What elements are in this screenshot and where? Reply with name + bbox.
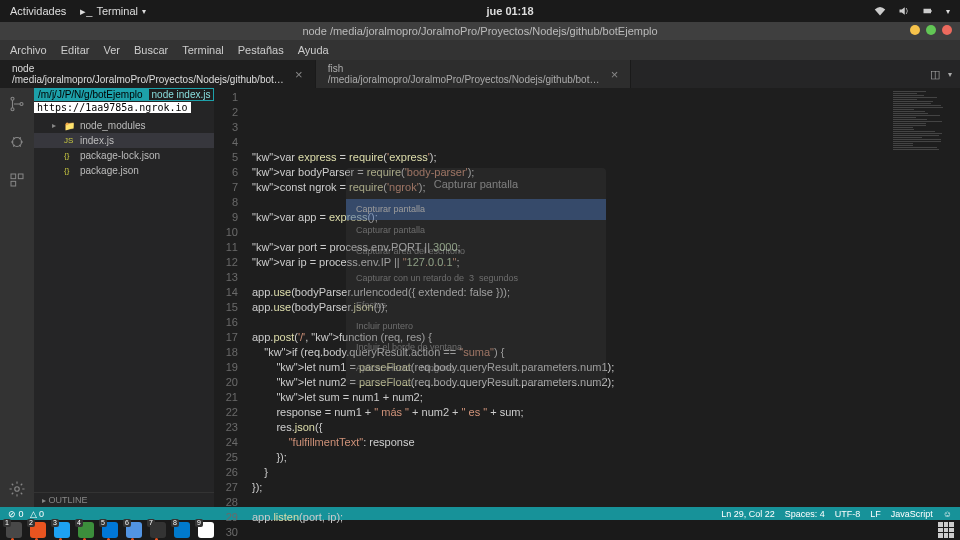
file-label: package-lock.json	[80, 150, 160, 161]
extensions-icon[interactable]	[7, 170, 27, 190]
menu-item[interactable]: Ver	[103, 44, 120, 56]
menu-item[interactable]: Editar	[61, 44, 90, 56]
code-line[interactable]: });	[252, 480, 890, 495]
code-line[interactable]: }	[252, 465, 890, 480]
line-number: 10	[214, 225, 238, 240]
tab-inactive[interactable]: fish /media/joralmopro/JoralmoPro/Proyec…	[316, 60, 632, 88]
code-line[interactable]	[252, 525, 890, 540]
file-tree-item[interactable]: {}package.json	[34, 163, 214, 178]
code-line[interactable]	[252, 195, 890, 210]
menu-item[interactable]: Pestañas	[238, 44, 284, 56]
code-editor[interactable]: 1234567891011121314151617181920212223242…	[214, 88, 960, 507]
code-line[interactable]: "kw">let num2 = parseFloat(req.body.quer…	[252, 375, 890, 390]
battery-icon[interactable]	[922, 5, 934, 17]
svg-rect-8	[11, 181, 16, 186]
dock-app-icon[interactable]: 2	[30, 522, 46, 538]
tab-active[interactable]: node /media/joralmopro/JoralmoPro/Proyec…	[0, 60, 316, 88]
svg-rect-7	[18, 174, 23, 179]
minimize-button[interactable]	[910, 25, 920, 35]
svg-rect-6	[11, 174, 16, 179]
volume-icon[interactable]	[898, 5, 910, 17]
line-number: 21	[214, 390, 238, 405]
file-label: index.js	[80, 135, 114, 146]
dock-app-icon[interactable]: 1	[6, 522, 22, 538]
line-number: 18	[214, 345, 238, 360]
app-menu[interactable]: ▸_ Terminal ▾	[80, 5, 146, 18]
code-line[interactable]: "kw">var port = process.env.PORT || 3000…	[252, 240, 890, 255]
code-line[interactable]	[252, 495, 890, 510]
code-line[interactable]: app.post('/', "kw">function (req, res) {	[252, 330, 890, 345]
menu-item[interactable]: Archivo	[10, 44, 47, 56]
line-number: 5	[214, 150, 238, 165]
wifi-icon[interactable]	[874, 5, 886, 17]
code-line[interactable]: response = num1 + " más " + num2 + " es …	[252, 405, 890, 420]
line-number: 25	[214, 450, 238, 465]
minimap[interactable]	[890, 88, 960, 507]
dock-app-icon[interactable]: 5	[102, 522, 118, 538]
close-button[interactable]	[942, 25, 952, 35]
code-line[interactable]: res.json({	[252, 420, 890, 435]
code-line[interactable]: "fulfillmentText": response	[252, 435, 890, 450]
maximize-button[interactable]	[926, 25, 936, 35]
dock-app-icon[interactable]: 4	[78, 522, 94, 538]
code-line[interactable]: "kw">var ip = process.env.IP || "127.0.0…	[252, 255, 890, 270]
code-content[interactable]: Capturar pantallaCapturar pantallaCaptur…	[246, 88, 890, 507]
menu-item[interactable]: Terminal	[182, 44, 224, 56]
menu-item[interactable]: Ayuda	[298, 44, 329, 56]
dock-app-icon[interactable]: 8	[174, 522, 190, 538]
line-number: 19	[214, 360, 238, 375]
code-line[interactable]: "kw">let sum = num1 + num2;	[252, 390, 890, 405]
code-line[interactable]: "kw">var app = express();	[252, 210, 890, 225]
line-number: 8	[214, 195, 238, 210]
source-control-icon[interactable]	[7, 94, 27, 114]
line-number: 9	[214, 210, 238, 225]
code-line[interactable]: });	[252, 450, 890, 465]
workspace-badge: 8	[171, 519, 179, 527]
clock[interactable]: jue 01:18	[146, 5, 874, 17]
window-title: node /media/joralmopro/JoralmoPro/Proyec…	[302, 25, 657, 37]
status-item[interactable]: ☺	[943, 509, 952, 519]
dock-app-icon[interactable]: 3	[54, 522, 70, 538]
svg-rect-0	[924, 9, 932, 14]
code-line[interactable]: "kw">var express = require('express');	[252, 150, 890, 165]
status-item[interactable]: ⊘ 0	[8, 509, 24, 519]
line-gutter: 1234567891011121314151617181920212223242…	[214, 88, 246, 507]
line-number: 29	[214, 510, 238, 525]
settings-icon[interactable]	[7, 479, 27, 499]
code-line[interactable]: "kw">const ngrok = require('ngrok');	[252, 180, 890, 195]
close-icon[interactable]: ×	[295, 67, 303, 82]
file-tree-item[interactable]: {}package-lock.json	[34, 148, 214, 163]
chevron-down-icon[interactable]: ▾	[946, 7, 950, 16]
dock-app-icon[interactable]: 6	[126, 522, 142, 538]
dock-app-icon[interactable]: 9	[198, 522, 214, 538]
activities-button[interactable]: Actividades	[10, 5, 66, 17]
menu-item[interactable]: Buscar	[134, 44, 168, 56]
outline-section[interactable]: ▸ OUTLINE	[34, 492, 214, 507]
code-line[interactable]: app.use(bodyParser.urlencoded({ extended…	[252, 285, 890, 300]
code-line[interactable]: "kw">if (req.body.queryResult.action == …	[252, 345, 890, 360]
debug-icon[interactable]	[7, 132, 27, 152]
code-line[interactable]: app.use(bodyParser.json());	[252, 300, 890, 315]
file-tree-item[interactable]: JSindex.js	[34, 133, 214, 148]
activity-bar	[0, 88, 34, 507]
code-line[interactable]: "kw">let num1 = parseFloat(req.body.quer…	[252, 360, 890, 375]
status-item[interactable]: JavaScript	[891, 509, 933, 519]
close-icon[interactable]: ×	[611, 67, 619, 82]
chevron-down-icon[interactable]: ▾	[948, 70, 952, 79]
line-number: 28	[214, 495, 238, 510]
menubar: ArchivoEditarVerBuscarTerminalPestañasAy…	[0, 40, 960, 60]
code-line[interactable]: "kw">var bodyParser = require('body-pars…	[252, 165, 890, 180]
split-icon[interactable]: ◫	[930, 68, 940, 81]
line-number: 3	[214, 120, 238, 135]
line-number: 14	[214, 285, 238, 300]
file-tree-item[interactable]: ▸📁node_modules	[34, 118, 214, 133]
code-line[interactable]: app.listen(port, ip);	[252, 510, 890, 525]
workspace-badge: 7	[147, 519, 155, 527]
line-number: 20	[214, 375, 238, 390]
code-line[interactable]	[252, 270, 890, 285]
code-line[interactable]	[252, 225, 890, 240]
status-item[interactable]: △ 0	[30, 509, 45, 519]
show-apps-icon[interactable]	[938, 522, 954, 538]
code-line[interactable]	[252, 315, 890, 330]
dock-app-icon[interactable]: 7	[150, 522, 166, 538]
